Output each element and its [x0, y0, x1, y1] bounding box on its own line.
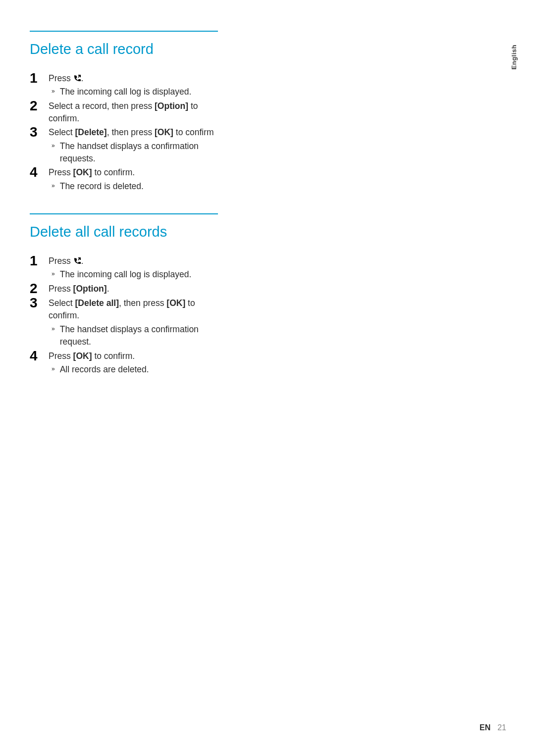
section-heading-delete-record: Delete a call record	[30, 41, 218, 58]
step-number: 3	[30, 296, 49, 310]
result-text: The record is deleted.	[60, 180, 218, 193]
step-text-part: Press	[49, 167, 73, 177]
step-text-key: [Option]	[73, 284, 107, 294]
step-text-part: Press	[49, 351, 73, 361]
result-arrow-icon: »	[49, 86, 60, 96]
step-result: » The incoming call log is displayed.	[49, 86, 218, 98]
step-list: 1 Press . » The incoming call log is dis…	[30, 71, 218, 193]
step-text-part: Press	[49, 284, 73, 294]
step-number: 4	[30, 349, 49, 363]
step-text-part: , then press	[119, 298, 166, 308]
step-text-key: [Delete all]	[75, 298, 119, 308]
step-body: Press [Option].	[49, 281, 218, 295]
result-arrow-icon: »	[49, 268, 60, 278]
step-text-part: .	[107, 284, 109, 294]
step-text-key: [Option]	[155, 101, 188, 111]
step-body: Press [OK] to confirm. » All records are…	[49, 349, 218, 376]
result-text: The incoming call log is displayed.	[60, 268, 218, 281]
step-number: 4	[30, 165, 49, 179]
step-item: 1 Press . » The incoming call log is dis…	[30, 71, 218, 99]
result-text: The incoming call log is displayed.	[60, 86, 218, 98]
result-text: The handset displays a confirmation requ…	[60, 323, 218, 349]
step-number: 1	[30, 253, 49, 268]
step-text-part: to confirm.	[92, 351, 135, 361]
call-log-icon	[73, 73, 81, 81]
call-log-icon	[73, 256, 81, 264]
step-item: 3 Select [Delete], then press [OK] to co…	[30, 125, 218, 165]
step-text-suffix: .	[81, 256, 84, 266]
result-text: The handset displays a confirmation requ…	[60, 140, 218, 165]
step-body: Select [Delete], then press [OK] to conf…	[49, 125, 218, 165]
step-body: Press [OK] to confirm. » The record is d…	[49, 165, 218, 193]
step-text-part: to confirm	[173, 127, 214, 137]
step-text-key: [OK]	[73, 167, 92, 177]
step-text-key: [OK]	[73, 351, 92, 361]
step-text-part: Select	[49, 298, 75, 308]
step-body: Press . » The incoming call log is displ…	[49, 253, 218, 281]
step-text-part: to confirm.	[92, 167, 135, 177]
result-arrow-icon: »	[49, 363, 60, 373]
section-divider	[30, 213, 218, 214]
step-item: 2 Select a record, then press [Option] t…	[30, 99, 218, 125]
step-list: 1 Press . » The incoming call log is dis…	[30, 253, 218, 376]
step-text-part: Select	[49, 127, 75, 137]
result-arrow-icon: »	[49, 140, 60, 150]
step-text-prefix: Press	[49, 256, 73, 266]
step-text-part: Select a record, then press	[49, 101, 155, 111]
step-number: 2	[30, 281, 49, 296]
step-item: 4 Press [OK] to confirm. » The record is…	[30, 165, 218, 193]
step-number: 2	[30, 99, 49, 113]
language-tab: English	[510, 45, 518, 69]
step-item: 1 Press . » The incoming call log is dis…	[30, 253, 218, 281]
step-text-suffix: .	[81, 73, 84, 83]
step-text-key: [Delete]	[75, 127, 107, 137]
step-result: » The incoming call log is displayed.	[49, 268, 218, 281]
step-number: 1	[30, 71, 49, 85]
step-result: » The handset displays a confirmation re…	[49, 140, 218, 165]
step-item: 3 Select [Delete all], then press [OK] t…	[30, 296, 218, 349]
step-text-part: , then press	[107, 127, 155, 137]
step-body: Select [Delete all], then press [OK] to …	[49, 296, 218, 349]
step-result: » The record is deleted.	[49, 180, 218, 193]
step-text-key: [OK]	[155, 127, 173, 137]
step-text-key: [OK]	[166, 298, 185, 308]
result-arrow-icon: »	[49, 323, 60, 333]
content-column: Delete a call record 1 Press . » The inc…	[30, 31, 218, 376]
step-body: Select a record, then press [Option] to …	[49, 99, 218, 125]
footer-lang: EN	[480, 723, 490, 732]
result-arrow-icon: »	[49, 180, 60, 190]
section-heading-delete-all: Delete all call records	[30, 223, 218, 241]
step-result: » The handset displays a confirmation re…	[49, 323, 218, 349]
step-body: Press . » The incoming call log is displ…	[49, 71, 218, 99]
result-text: All records are deleted.	[60, 363, 218, 376]
step-result: » All records are deleted.	[49, 363, 218, 376]
step-item: 2 Press [Option].	[30, 281, 218, 296]
step-item: 4 Press [OK] to confirm. » All records a…	[30, 349, 218, 376]
section-divider	[30, 31, 218, 32]
step-number: 3	[30, 125, 49, 139]
step-text-prefix: Press	[49, 73, 73, 83]
document-page: English Delete a call record 1 Press . »…	[0, 0, 535, 756]
footer-page-number: 21	[497, 723, 506, 732]
page-footer: EN21	[480, 723, 506, 732]
